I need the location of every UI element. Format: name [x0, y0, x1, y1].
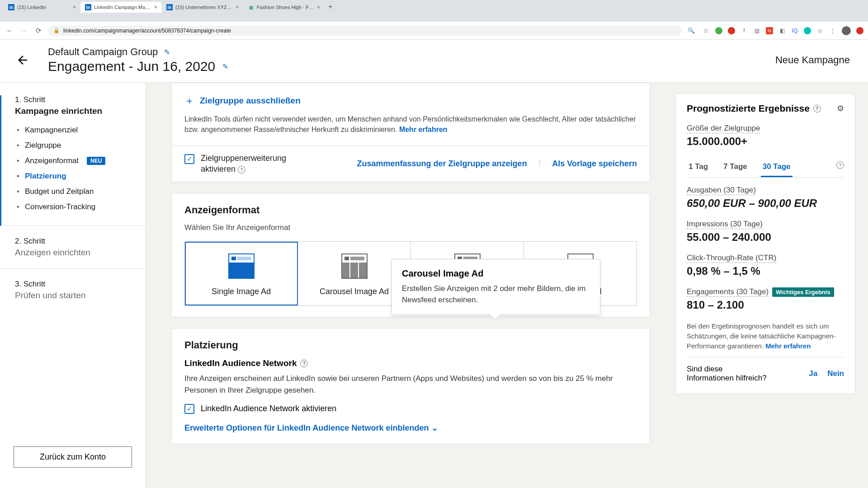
step-1: 1. Schritt Kampagne einrichten Kampagnen… — [0, 95, 146, 226]
tab-1-day[interactable]: 1 Tag — [687, 158, 710, 177]
sheets-favicon: ▦ — [248, 4, 254, 10]
help-icon[interactable]: ? — [300, 360, 308, 367]
carousel-tooltip: Carousel Image Ad Erstellen Sie Anzeigen… — [392, 259, 600, 315]
helpful-no-button[interactable]: Nein — [827, 369, 844, 378]
sidebar-item-budget[interactable]: Budget und Zeitplan — [17, 184, 132, 199]
lan-title: LinkedIn Audience Network? — [184, 358, 637, 368]
extension-icon[interactable]: ⋮ — [829, 27, 836, 34]
metric-value: 0,98 % – 1,5 % — [687, 265, 844, 277]
audience-size-metric: Größe der Zielgruppe 15.000.000+ — [687, 124, 844, 148]
impressions-metric: Impressions (30 Tage) 55.000 – 240.000 — [687, 220, 844, 244]
save-template-link[interactable]: Als Vorlage speichern — [552, 159, 637, 169]
tooltip-body: Erstellen Sie Anzeigen mit 2 oder mehr B… — [402, 283, 590, 305]
step-number: 3. Schritt — [15, 280, 132, 289]
header-status: Neue Kampagne — [775, 54, 850, 66]
linkedin-favicon: in — [8, 4, 14, 10]
step-2[interactable]: 2. Schritt Anzeigen einrichten — [0, 237, 146, 269]
url-bar[interactable]: 🔒 linkedin.com/campaignmanager/account/5… — [48, 26, 682, 36]
sidebar-item-audience[interactable]: Zielgruppe — [17, 138, 132, 153]
extension-icon[interactable]: ◎ — [816, 27, 824, 34]
forecast-panel: Prognostizierte Ergebnisse? ⚙ Größe der … — [675, 83, 868, 488]
gear-icon[interactable]: ⚙ — [837, 103, 844, 113]
step-number: 2. Schritt — [15, 237, 132, 246]
lan-checkbox-label: LinkedIn Audience Network aktivieren — [201, 404, 336, 413]
back-to-account-button[interactable]: Zurück zum Konto — [14, 446, 132, 468]
step-title: Anzeigen einrichten — [15, 248, 132, 258]
extension-icon[interactable] — [804, 27, 811, 34]
close-icon[interactable]: × — [73, 4, 76, 10]
close-icon[interactable]: × — [317, 4, 320, 10]
section-subtitle: Wählen Sie Ihr Anzeigenformat — [184, 223, 637, 232]
metric-value: 650,00 EUR – 900,00 EUR — [687, 197, 844, 210]
step-3[interactable]: 3. Schritt Prüfen und starten — [0, 280, 146, 311]
sidebar: 1. Schritt Kampagne einrichten Kampagnen… — [0, 83, 146, 488]
metric-label: Impressions (30 Tage) — [687, 220, 763, 229]
back-button[interactable] — [13, 50, 33, 70]
arrow-left-icon — [16, 53, 29, 67]
helpful-prompt: Sind diese Informationen hilfreich? Ja N… — [687, 357, 844, 385]
edit-icon[interactable]: ✎ — [222, 62, 228, 71]
audience-expansion-checkbox[interactable]: ✓ — [184, 154, 194, 164]
forecast-title: Prognostizierte Ergebnisse? — [687, 103, 821, 114]
metric-label: Größe der Zielgruppe — [687, 124, 760, 133]
timeframe-tabs: 1 Tag 7 Tage 30 Tage ? — [687, 158, 844, 178]
extension-icon[interactable] — [856, 27, 863, 34]
new-tab-button[interactable]: + — [325, 1, 336, 13]
browser-tab[interactable]: in(15) Unternehmen XYZ: Admin× — [162, 2, 243, 13]
format-label: Carousel Image Ad — [320, 287, 389, 296]
extension-icon[interactable]: f — [741, 27, 748, 34]
tab-30-days[interactable]: 30 Tage — [761, 158, 793, 177]
metric-label: Engagements (30 Tage) — [687, 287, 769, 297]
browser-tab[interactable]: ▦Fashion Shoes High · Free photo× — [243, 2, 325, 13]
extension-icon[interactable]: IQ — [791, 27, 798, 34]
linkedin-favicon: in — [166, 4, 173, 10]
browser-tab-strip: in(15) LinkedIn× inLinkedIn Campaign Man… — [0, 0, 868, 22]
url-text: linkedin.com/campaignmanager/account/508… — [63, 28, 231, 34]
audience-expansion-label: Zielgruppenerweiterung aktivieren ? — [201, 153, 291, 174]
lan-checkbox[interactable]: ✓ — [184, 404, 194, 414]
format-single-image[interactable]: Single Image Ad — [185, 242, 298, 305]
sidebar-item-placement[interactable]: Platzierung — [17, 169, 132, 184]
exclude-audience-button[interactable]: ＋ Zielgruppe ausschließen — [184, 94, 637, 108]
lan-description: Ihre Anzeigen erscheinen auf LinkedIn so… — [184, 373, 637, 396]
forward-icon[interactable]: → — [19, 26, 29, 36]
zoom-icon[interactable]: 🔍 — [686, 26, 696, 36]
learn-more-link[interactable]: Mehr erfahren — [765, 342, 811, 350]
star-icon[interactable]: ☆ — [701, 26, 711, 36]
extension-icon[interactable]: ▤ — [753, 27, 760, 34]
browser-tab[interactable]: inLinkedIn Campaign Manager× — [80, 2, 162, 13]
sidebar-item-format[interactable]: AnzeigenformatNEU — [17, 153, 132, 169]
avatar-icon[interactable] — [842, 26, 851, 35]
advanced-options-link[interactable]: Erweiterte Optionen für LinkedIn Audienc… — [184, 423, 637, 433]
app-header: Default Campaign Group ✎ Engagement - Ju… — [0, 40, 868, 83]
linkedin-favicon: in — [85, 4, 91, 10]
learn-more-link[interactable]: Mehr erfahren — [399, 126, 448, 133]
tooltip-title: Carousel Image Ad — [402, 268, 590, 279]
audience-expansion-row: ✓ Zielgruppenerweiterung aktivieren ? Zu… — [171, 146, 650, 182]
helpful-yes-button[interactable]: Ja — [809, 369, 817, 378]
close-icon[interactable]: × — [236, 4, 239, 10]
reload-icon[interactable]: ⟳ — [33, 26, 43, 36]
back-icon[interactable]: ← — [5, 26, 14, 36]
extension-icon[interactable] — [728, 27, 735, 34]
help-icon[interactable]: ? — [238, 166, 245, 174]
extension-icon[interactable]: ◧ — [778, 27, 786, 34]
placement-card: Platzierung LinkedIn Audience Network? I… — [171, 328, 650, 444]
help-icon[interactable]: ? — [836, 161, 844, 169]
ctr-metric: Click-Through-Rate (CTR) 0,98 % – 1,5 % — [687, 253, 844, 277]
tab-7-days[interactable]: 7 Tage — [722, 158, 749, 177]
audience-summary-link[interactable]: Zusammenfassung der Zielgruppe anzeigen — [357, 159, 527, 169]
extensions-row: f ▤ N ◧ IQ ◎ ⋮ — [715, 26, 863, 35]
metric-value: 810 – 2.100 — [687, 299, 844, 311]
browser-tab[interactable]: in(15) LinkedIn× — [4, 2, 80, 13]
sidebar-item-objective[interactable]: Kampagnenziel — [17, 122, 132, 138]
edit-icon[interactable]: ✎ — [164, 48, 170, 56]
tab-title: (15) LinkedIn — [17, 5, 70, 10]
extension-icon[interactable]: N — [766, 27, 773, 34]
sidebar-item-conversion[interactable]: Conversion-Tracking — [17, 199, 132, 215]
help-icon[interactable]: ? — [813, 105, 821, 113]
tab-title: LinkedIn Campaign Manager — [94, 5, 151, 10]
extension-icon[interactable] — [715, 27, 722, 34]
close-icon[interactable]: × — [154, 4, 157, 10]
step-title: Prüfen und starten — [15, 291, 132, 300]
